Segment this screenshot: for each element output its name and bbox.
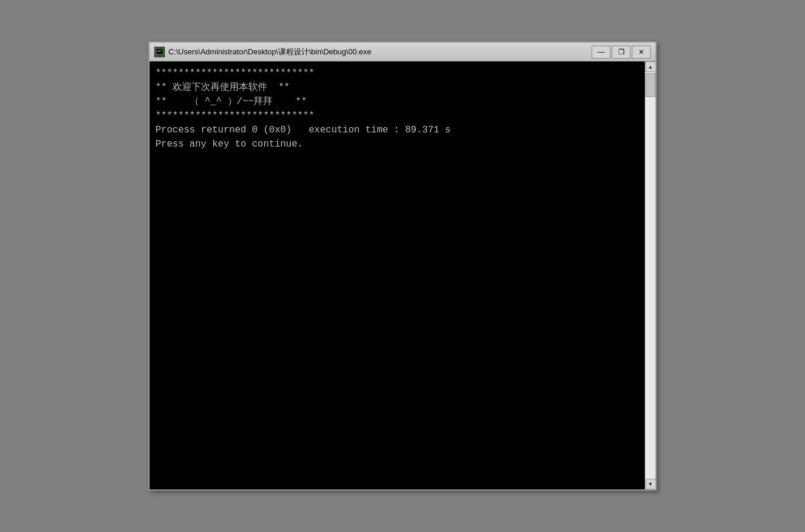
restore-button[interactable]: ❐ [612,46,631,59]
minimize-button[interactable]: — [592,46,611,59]
window-controls: — ❐ ✕ [592,46,651,59]
console-window: C:\Users\Administrator\Desktop\课程设计\bin\… [148,41,657,491]
console-line-2: ** 欢迎下次再使用本软件 ** [155,80,639,95]
console-output[interactable]: **************************** ** 欢迎下次再使用本… [150,61,645,489]
console-line-4: **************************** [155,109,639,123]
scroll-thumb[interactable] [645,73,655,97]
title-bar: C:\Users\Administrator\Desktop\课程设计\bin\… [150,43,655,61]
scroll-down-button[interactable]: ▼ [645,479,656,489]
scroll-up-button[interactable]: ▲ [645,61,656,72]
vertical-scrollbar[interactable]: ▲ ▼ [645,61,655,489]
svg-rect-2 [157,50,158,51]
window-title: C:\Users\Administrator\Desktop\课程设计\bin\… [168,47,592,57]
scroll-track[interactable] [645,72,655,479]
console-line-1: **************************** [155,66,639,80]
console-line-7: Press any key to continue. [155,137,639,151]
window-icon [154,47,165,57]
svg-rect-4 [157,51,160,52]
window-body: **************************** ** 欢迎下次再使用本… [150,61,655,489]
svg-rect-3 [159,50,161,51]
console-line-3: ** （ ^_^ ）/~~拜拜 ** [155,95,639,109]
console-line-6: Process returned 0 (0x0) execution time … [155,123,639,137]
close-button[interactable]: ✕ [632,46,651,59]
